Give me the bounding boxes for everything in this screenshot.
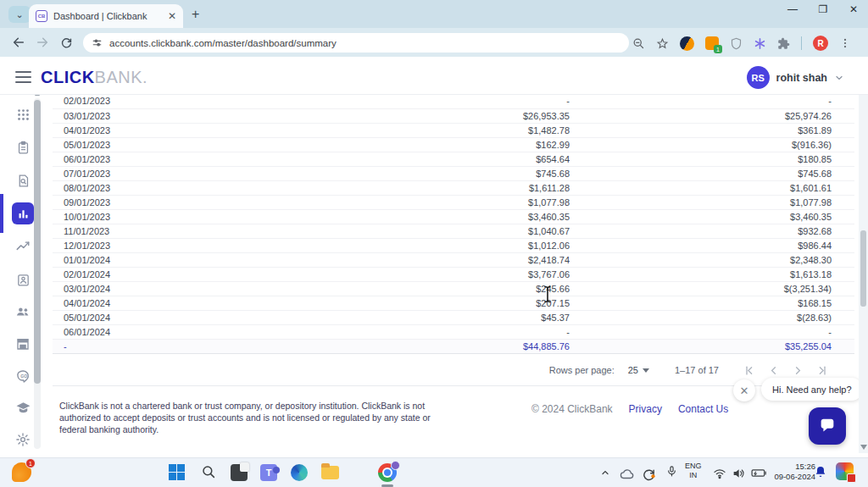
sidebar-item-document-search[interactable] [12,169,34,191]
total-right-cell: $35,255.04 [570,339,854,353]
rows-per-page-label: Rows per page: [549,365,615,375]
sidebar-item-storefront[interactable] [12,333,34,355]
sidebar-item-contact-card[interactable] [12,268,34,291]
sidebar-item-apps-grid[interactable] [12,103,34,125]
window-maximize-button[interactable]: ❐ [817,3,829,15]
amount-mid-cell: $1,482.78 [307,123,570,137]
zoom-indicator-icon[interactable] [632,37,645,50]
user-avatar[interactable]: RS [747,66,770,89]
taskbar-teams-app[interactable]: T [260,464,277,481]
tab-close-icon[interactable]: ✕ [168,10,176,22]
taskbar-edge-app[interactable] [291,464,308,481]
tray-wifi[interactable] [713,467,726,480]
date-cell: 02/01/2023 [53,94,307,108]
taskbar-chrome-app[interactable] [378,463,397,482]
amount-mid-cell: $1,040.67 [307,224,570,238]
tab-search-chevron-icon[interactable]: ⌄ [8,6,31,23]
table-row: 05/01/2024 $45.37 $(28.63) [53,310,854,324]
table-total-row: - $44,885.76 $35,255.04 [53,339,854,353]
tray-battery[interactable] [751,468,767,479]
sidebar-item-analytics-trend[interactable] [12,235,34,257]
table-row: 01/01/2024 $2,418.74 $2,348.30 [53,252,854,267]
user-menu[interactable]: RS rohit shah [747,66,844,89]
tray-onedrive[interactable] [620,467,635,482]
amount-mid-cell: $1,611.28 [307,180,570,195]
scroll-down-arrow-icon[interactable] [860,445,867,450]
rows-per-page-select[interactable]: 25 [628,365,649,375]
tray-clock[interactable]: 15:26 09-06-2024 [773,462,815,482]
browser-menu-icon[interactable] [839,37,851,49]
url-text[interactable]: accounts.clickbank.com/master/dashboard/… [109,38,337,48]
sidebar-item-settings[interactable] [12,429,34,451]
url-bar[interactable]: accounts.clickbank.com/master/dashboard/… [83,33,629,53]
extension-orange-icon[interactable]: 1 [705,36,719,50]
date-cell: 04/01/2024 [53,296,307,310]
extension-duckduckgo-icon[interactable] [680,36,694,51]
amount-right-cell: $(28.63) [570,310,854,324]
tray-show-hidden-icons[interactable] [600,468,610,478]
extensions-puzzle-icon[interactable] [777,37,790,50]
back-button[interactable] [7,30,31,54]
hamburger-menu-icon[interactable] [15,71,31,83]
previous-page-button[interactable] [767,364,780,377]
date-cell: 12/01/2023 [53,238,307,252]
pagination-range: 1–17 of 17 [675,365,719,375]
forward-button[interactable] [31,30,54,54]
taskbar-search-button[interactable] [201,464,216,479]
screen: ⌄ CB Dashboard | Clickbank ✕ + — ❐ ✕ acc… [0,0,868,487]
site-settings-icon[interactable] [92,37,103,48]
user-name: rohit shah [776,72,827,84]
browser-profile-avatar[interactable]: R [813,36,828,51]
amount-mid-cell: $654.64 [307,152,570,166]
taskbar-start-button[interactable] [169,464,185,480]
copyright-text: © 2024 ClickBank [531,403,613,415]
refresh-button[interactable] [54,30,78,54]
table-row: 10/01/2023 $3,460.35 $3,460.35 [53,209,854,224]
footer-links: © 2024 ClickBank Privacy Contact Us [531,403,728,415]
page-scrollbar-thumb[interactable] [860,230,866,307]
sidebar-item-people[interactable] [12,301,34,323]
tray-volume[interactable] [732,467,745,480]
window-close-button[interactable]: ✕ [848,3,860,15]
chat-close-button[interactable]: ✕ [733,379,755,401]
bookmark-star-icon[interactable] [656,37,669,50]
browser-tab-strip: ⌄ CB Dashboard | Clickbank ✕ + — ❐ ✕ [0,0,868,28]
date-cell: 09/01/2023 [53,195,307,209]
clickbank-logo[interactable]: CLICKBANK. [41,68,147,87]
sidebar-item-clipboard[interactable] [12,136,34,158]
date-cell: 03/01/2024 [53,281,307,296]
sidebar-scrollbar-thumb[interactable] [34,100,41,384]
contact-us-link[interactable]: Contact Us [678,403,728,415]
amount-right-cell: $932.68 [570,224,854,238]
table-row: 02/01/2024 $3,767.06 $1,613.18 [53,267,854,281]
amount-right-cell: $3,460.35 [570,209,854,224]
clock-time: 15:26 [795,462,815,472]
next-page-button[interactable] [792,364,804,377]
sync-icon [642,467,656,481]
last-page-button[interactable] [816,364,829,377]
taskbar-file-explorer[interactable] [321,466,339,479]
taskbar-snipping-app[interactable] [231,464,248,481]
tray-language-switcher[interactable]: ENG IN [685,462,702,480]
chat-launcher-button[interactable] [809,407,846,445]
new-tab-button[interactable]: + [192,7,199,22]
extension-shield-icon[interactable] [730,37,743,50]
tray-notifications[interactable] [814,465,827,479]
taskbar-notification-app[interactable]: 1 [12,462,31,482]
table-row: 09/01/2023 $1,077.98 $1,077.98 [53,195,854,209]
extension-flower-icon[interactable] [754,37,766,50]
browser-tab[interactable]: CB Dashboard | Clickbank ✕ [29,4,183,28]
sidebar-item-education[interactable] [12,396,34,418]
first-page-button[interactable] [743,364,755,377]
privacy-link[interactable]: Privacy [629,403,662,415]
table-row: 12/01/2023 $1,012.06 $986.44 [53,238,854,252]
tray-gallery-app[interactable] [836,462,854,480]
tray-microphone[interactable] [665,465,678,478]
sidebar-item-cb-go[interactable]: GO [12,365,34,387]
window-minimize-button[interactable]: — [787,3,798,15]
snipping-tool-icon [231,464,248,481]
chevron-up-icon [600,468,610,478]
sidebar-item-reporting-active[interactable] [12,202,34,224]
amount-right-cell: $180.85 [570,152,854,166]
tray-sync[interactable] [642,467,656,481]
